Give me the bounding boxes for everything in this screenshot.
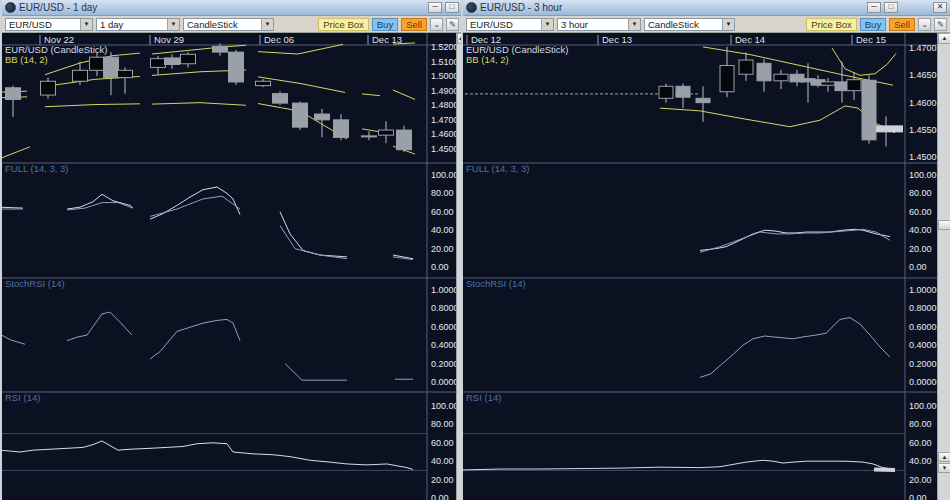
axis-tick-label: 1.5100	[431, 57, 456, 67]
axis-tick-label: 0.6000	[431, 322, 456, 332]
candle-up	[739, 60, 753, 74]
price-box-button[interactable]: Price Box	[806, 18, 857, 31]
axis-tick-label: 60.00	[909, 207, 932, 217]
chart-window-3hour: EUR/USD - 3 hour ─ □ ✕ EUR/USD ▼ 3 hour …	[461, 0, 950, 500]
vertical-scrollbar[interactable]: ▲ ▲ ▼	[937, 33, 950, 500]
chart-area-daily[interactable]: Nov 22Nov 29Dec 06Dec 131.52001.51001.50…	[2, 33, 456, 500]
candle-down	[6, 88, 21, 100]
candle-down	[676, 86, 690, 97]
bb-panel-label: BB (14, 2)	[5, 54, 48, 65]
chevron-down-icon[interactable]: ▼	[628, 19, 640, 30]
axis-tick-label: 0.00	[431, 493, 449, 500]
candle-up	[821, 82, 835, 85]
minimize-button[interactable]: ─	[428, 2, 442, 13]
chart-type-select[interactable]: CandleStick ▼	[183, 18, 274, 31]
candle-up	[659, 86, 673, 98]
axis-tick-label: 40.00	[431, 456, 454, 466]
candle-down	[696, 98, 710, 102]
pencil-icon[interactable]: ✎	[446, 18, 459, 31]
chevron-down-icon[interactable]: ▼	[722, 19, 734, 30]
scroll-up-arrow-icon[interactable]: ▲	[938, 452, 950, 462]
symbol-select-value: EUR/USD	[470, 19, 513, 30]
scroll-up-arrow-icon[interactable]: ▲	[938, 33, 950, 44]
axis-tick-label: 60.00	[431, 207, 454, 217]
candle-down	[229, 52, 244, 82]
axis-tick-label: 1.4600	[431, 129, 456, 139]
chevron-down-icon[interactable]: ▼	[80, 19, 92, 30]
titlebar[interactable]: EUR/USD - 1 day ─ □	[2, 0, 462, 16]
axis-tick-label: 60.00	[909, 438, 932, 448]
candle-down	[334, 120, 349, 137]
sell-button[interactable]: Sell	[889, 18, 915, 31]
close-button[interactable]: ✕	[933, 2, 947, 13]
axis-tick-label: 100.00	[431, 401, 456, 411]
candle-up	[720, 65, 734, 91]
axis-tick-label: 0.0000	[909, 377, 937, 387]
current-price-marker	[876, 125, 903, 132]
candle-down	[165, 58, 180, 65]
axis-tick-label: 80.00	[909, 188, 932, 198]
candle-up	[774, 74, 788, 81]
candle-up	[181, 54, 196, 63]
axis-tick-label: 0.00	[431, 262, 449, 272]
chevron-down-icon[interactable]: ▼	[541, 19, 553, 30]
symbol-select[interactable]: EUR/USD ▼	[5, 18, 93, 31]
rsi-panel-label: RSI (14)	[5, 392, 40, 403]
candle-down	[293, 103, 308, 127]
buy-button[interactable]: Buy	[860, 18, 886, 31]
chart-canvas[interactable]: Dec 12Dec 13Dec 14Dec 151.47001.46501.46…	[463, 33, 937, 500]
axis-tick-label: 80.00	[431, 419, 454, 429]
axis-tick-label: 1.4500	[909, 152, 937, 162]
candle-down	[273, 94, 288, 103]
candle-up	[379, 130, 394, 135]
maximize-button[interactable]: □	[445, 2, 459, 13]
axis-tick-label: 0.4000	[431, 340, 456, 350]
axis-tick-label: 1.0000	[909, 285, 937, 295]
candle-down	[862, 80, 876, 140]
axis-tick-label: 1.5000	[431, 71, 456, 81]
period-select[interactable]: 1 day ▼	[96, 18, 180, 31]
axis-tick-label: 40.00	[431, 225, 454, 235]
axis-tick-label: 1.4900	[431, 86, 456, 96]
bb-panel-label: BB (14, 2)	[466, 54, 509, 65]
sell-button[interactable]: Sell	[401, 18, 427, 31]
axis-tick-label: 1.4500	[431, 144, 456, 154]
period-select-value: 1 day	[100, 19, 123, 30]
axis-tick-label: 0.00	[909, 262, 927, 272]
buy-button[interactable]: Buy	[372, 18, 398, 31]
minimize-button[interactable]: ─	[867, 2, 881, 13]
pencil-icon[interactable]: ✎	[934, 18, 947, 31]
svg-text:Nov 29: Nov 29	[154, 34, 184, 45]
svg-text:Dec 14: Dec 14	[735, 34, 765, 45]
chart-canvas[interactable]: Nov 22Nov 29Dec 06Dec 131.52001.51001.50…	[2, 33, 456, 500]
axis-tick-label: 100.00	[909, 401, 937, 411]
chart-area-3hour[interactable]: Dec 12Dec 13Dec 14Dec 151.47001.46501.46…	[463, 33, 937, 500]
axis-tick-label: 1.0000	[431, 285, 456, 295]
axis-tick-label: 1.4800	[431, 100, 456, 110]
axis-tick-label: 0.2000	[909, 359, 937, 369]
axis-tick-label: 40.00	[909, 225, 932, 235]
axis-tick-label: 0.8000	[909, 303, 937, 313]
chart-type-select[interactable]: CandleStick ▼	[644, 18, 735, 31]
axis-tick-label: 80.00	[909, 419, 932, 429]
candle-down	[315, 114, 330, 120]
rsi-panel-label: RSI (14)	[466, 392, 501, 403]
scrollbar-thumb[interactable]	[938, 220, 950, 230]
symbol-select[interactable]: EUR/USD ▼	[466, 18, 554, 31]
chevron-down-icon[interactable]: ▼	[261, 19, 273, 30]
collapse-chevron-icon[interactable]: ⌄	[430, 18, 443, 31]
collapse-chevron-icon[interactable]: ⌄	[918, 18, 931, 31]
chevron-down-icon[interactable]: ▼	[167, 19, 179, 30]
candle-up	[151, 59, 166, 68]
chart-type-select-value: CandleStick	[648, 19, 699, 30]
scroll-down-arrow-icon[interactable]: ▼	[938, 463, 950, 473]
maximize-button[interactable]: □	[884, 2, 898, 13]
price-box-button[interactable]: Price Box	[318, 18, 369, 31]
svg-text:Dec 13: Dec 13	[602, 34, 632, 45]
titlebar[interactable]: EUR/USD - 3 hour ─ □ ✕	[463, 0, 950, 16]
period-select[interactable]: 3 hour ▼	[557, 18, 641, 31]
stochrsi-panel-label: StochRSI (14)	[466, 278, 526, 289]
svg-text:Dec 06: Dec 06	[264, 34, 294, 45]
axis-tick-label: 20.00	[431, 244, 454, 254]
axis-tick-label: 100.00	[431, 170, 456, 180]
